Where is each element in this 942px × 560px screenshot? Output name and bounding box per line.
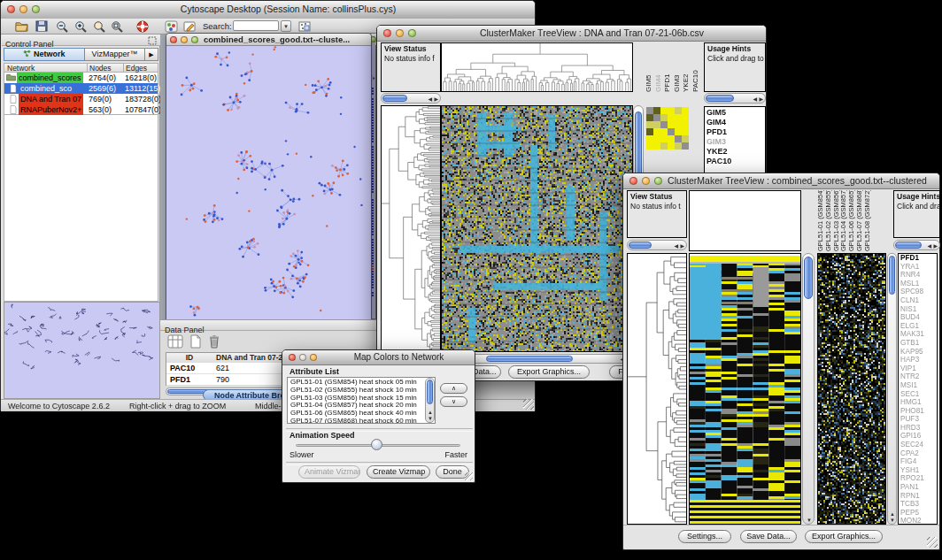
gene-label[interactable]: SEC1	[899, 390, 937, 399]
matrix-cell[interactable]	[660, 142, 668, 150]
matrix-cell[interactable]	[675, 114, 682, 121]
matrix-cell[interactable]	[660, 135, 668, 142]
attribute-item[interactable]: GPL51-07 (GSM868) heat shock 60 min	[288, 418, 435, 424]
network-table-row[interactable]: RNAPuberNov2+563(0)107847(0)	[4, 104, 158, 115]
matrix-cell[interactable]	[653, 135, 660, 142]
dialog-title-bar[interactable]: Map Colors to Network	[282, 350, 475, 365]
gene-label[interactable]: ELG1	[899, 322, 937, 331]
matrix-cell[interactable]	[653, 128, 660, 135]
resize-grip[interactable]	[465, 472, 473, 480]
matrix-cell[interactable]	[682, 142, 689, 150]
gene-label[interactable]: FIG4	[899, 457, 937, 466]
matrix-cell[interactable]	[682, 121, 689, 128]
tv1-row-label[interactable]: YKE2	[705, 147, 765, 157]
child1-title-bar[interactable]: combined_scores_good.txt--cluste...	[166, 34, 371, 46]
col-header-network[interactable]: Network	[7, 64, 35, 73]
tv1-row-dendrogram[interactable]	[381, 105, 441, 352]
save-icon[interactable]	[35, 20, 48, 32]
tv2-button[interactable]: Settings...	[678, 530, 731, 543]
tv1-column-label[interactable]: YKE2	[683, 42, 691, 92]
col-header-edges[interactable]: Edges	[123, 64, 147, 73]
tv2-vscrollbar[interactable]: ▼	[802, 253, 815, 525]
gene-label[interactable]: MSL1	[899, 280, 937, 288]
tv2-row-dendrogram[interactable]	[627, 253, 687, 525]
matrix-cell[interactable]	[646, 135, 653, 142]
matrix-cell[interactable]	[668, 121, 675, 128]
zoom-button[interactable]	[191, 36, 198, 43]
gene-label[interactable]: HRD3	[899, 424, 937, 433]
gene-label[interactable]: GPI16	[899, 432, 937, 441]
animation-slider-thumb[interactable]	[371, 439, 382, 450]
gene-label[interactable]: PEP5	[899, 509, 937, 518]
gene-label[interactable]: HMG1	[899, 398, 937, 407]
network-table-row[interactable]: combined_scores2764(0)16218(0)	[4, 73, 158, 83]
open-file-icon[interactable]	[15, 20, 28, 32]
tv1-column-dendrogram[interactable]	[441, 42, 633, 92]
tv1-summary-matrix[interactable]	[646, 107, 689, 150]
annotation-icon[interactable]	[183, 20, 197, 33]
tv1-heatmap[interactable]	[441, 105, 633, 352]
matrix-cell[interactable]	[668, 114, 675, 121]
network-name[interactable]: combined_scores	[17, 73, 83, 83]
matrix-cell[interactable]	[646, 128, 653, 135]
matrix-cell[interactable]	[675, 135, 682, 142]
gene-label[interactable]: CLN1	[899, 296, 937, 305]
tv2-button[interactable]: Export Graphics...	[805, 530, 883, 543]
matrix-cell[interactable]	[660, 114, 668, 121]
gene-label[interactable]: HAP3	[899, 356, 937, 364]
gene-label[interactable]: PUF3	[899, 415, 937, 424]
gene-label[interactable]: YRA1	[899, 263, 937, 272]
matrix-cell[interactable]	[660, 121, 668, 128]
zoom-selected-icon[interactable]	[93, 20, 106, 33]
matrix-cell[interactable]	[668, 107, 675, 114]
tv2-button[interactable]: Save Data...	[740, 530, 797, 543]
vizmapper-icon[interactable]	[165, 20, 178, 33]
tv1-column-label[interactable]: PAC10	[692, 42, 701, 92]
main-title-bar[interactable]: Cytoscape Desktop (Session Name: collins…	[1, 1, 535, 19]
tv2-zoom-heatmap[interactable]	[689, 253, 801, 525]
resize-grip[interactable]	[523, 399, 534, 410]
trash-icon[interactable]	[208, 334, 220, 349]
table-grid-icon[interactable]	[167, 334, 183, 349]
birdseye-icon[interactable]	[298, 20, 312, 33]
tab-vizmapper[interactable]: VizMapper™	[85, 48, 145, 61]
minimize-button[interactable]	[181, 36, 188, 43]
network-name[interactable]: DNA and Tran 07	[19, 94, 83, 104]
network-table-row[interactable]: combined_sco2569(6)13112(15)	[4, 83, 158, 94]
matrix-cell[interactable]	[668, 128, 675, 135]
gene-label[interactable]: SPC98	[899, 288, 937, 296]
gene-label[interactable]: PFD1	[899, 254, 937, 263]
minimize-button[interactable]	[642, 177, 650, 185]
matrix-cell[interactable]	[675, 107, 682, 114]
tv2-left-hscrollbar[interactable]: ◀▶	[627, 240, 687, 250]
matrix-cell[interactable]	[675, 128, 682, 135]
tv1-row-label[interactable]: PFD1	[705, 127, 765, 137]
tv2-global-vscrollbar[interactable]: ▲ ▼	[887, 253, 897, 525]
search-dropdown-button[interactable]: ▼	[281, 20, 291, 32]
gene-label[interactable]: PAN1	[899, 483, 937, 492]
float-panel-icon[interactable]	[148, 36, 157, 45]
gene-label[interactable]: RPN1	[899, 492, 937, 501]
gene-label[interactable]: MAK31	[899, 330, 937, 339]
minimize-button[interactable]	[396, 29, 404, 37]
animate-vizmap-button[interactable]: Animate Vizmap	[298, 465, 360, 479]
network-name[interactable]: combined_sco	[19, 83, 73, 94]
new-document-icon[interactable]	[189, 334, 203, 349]
matrix-cell[interactable]	[675, 121, 682, 128]
network-view-1[interactable]	[166, 46, 371, 320]
matrix-cell[interactable]	[653, 107, 660, 114]
minimize-button[interactable]	[299, 354, 306, 361]
attribute-list-vscrollbar[interactable]: ▲ ▼	[425, 378, 435, 423]
treeview2-title-bar[interactable]: ClusterMaker TreeView : combined_scores_…	[623, 173, 939, 189]
network-overview-panel[interactable]	[4, 302, 160, 399]
gene-label[interactable]: SEC24	[899, 441, 937, 449]
zoom-button[interactable]	[310, 354, 317, 361]
matrix-cell[interactable]	[653, 121, 660, 128]
matrix-cell[interactable]	[682, 107, 689, 114]
tv1-column-label[interactable]: GIM4	[655, 42, 664, 92]
matrix-cell[interactable]	[653, 114, 660, 121]
network-name[interactable]: RNAPuberNov2+	[19, 104, 83, 115]
tv2-labels-hscrollbar[interactable]: ◀▶	[893, 240, 940, 250]
minimize-button[interactable]	[19, 5, 27, 13]
gene-label[interactable]: MON2	[899, 517, 937, 525]
